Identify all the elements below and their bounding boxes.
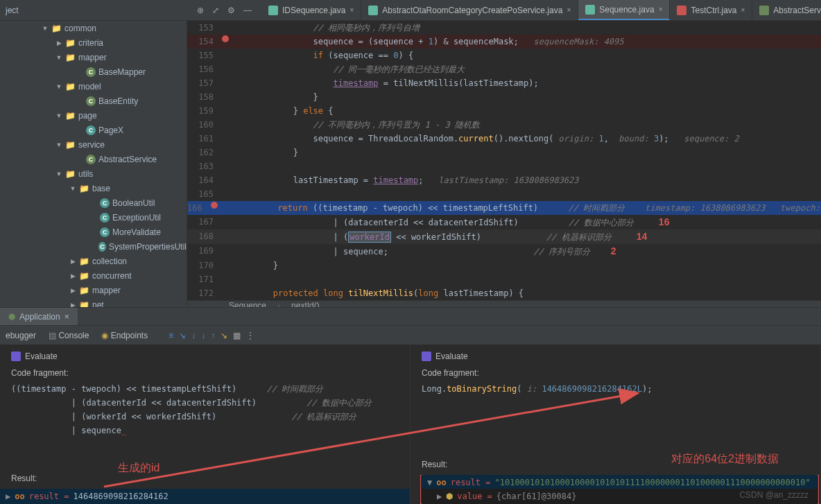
tree-item[interactable]: CExceptionUtil xyxy=(0,210,187,225)
tree-item[interactable]: ▶📁mapper xyxy=(0,283,187,297)
folder-icon: 📁 xyxy=(65,111,76,121)
tab-abstractservice[interactable]: AbstractService.java× xyxy=(752,0,821,20)
evaluate-panel-left: Evaluate Code fragment: ((timestamp - tw… xyxy=(0,345,410,504)
java-file-icon xyxy=(759,6,769,15)
folder-icon: 📁 xyxy=(79,184,89,193)
tree-item[interactable]: ▼📁mapper xyxy=(0,50,187,64)
tree-item[interactable]: ▶📁concurrent xyxy=(0,268,187,283)
object-icon: oo xyxy=(436,478,446,487)
code-editor[interactable]: 153 // 相同毫秒内，序列号自增 154 sequence = (seque… xyxy=(187,21,821,307)
application-tab[interactable]: ⬢Application× xyxy=(0,308,78,325)
folder-icon: 📁 xyxy=(51,24,62,33)
tab-idsequence[interactable]: IDSequence.java× xyxy=(261,0,361,20)
tree-item[interactable]: ▼📁common xyxy=(0,21,187,35)
tree-item[interactable]: CMoreValidate xyxy=(0,225,187,239)
annotation-14: 14 xyxy=(637,231,648,242)
tree-item[interactable]: CBaseMapper xyxy=(0,64,187,79)
tree-item[interactable]: ▼📁page xyxy=(0,108,187,123)
step-into-icon[interactable]: ↘ xyxy=(179,331,186,340)
close-icon[interactable]: × xyxy=(349,6,354,14)
tree-item[interactable]: CBooleanUtil xyxy=(0,195,187,210)
tool-window-tabs: ⬢Application× xyxy=(0,307,821,325)
editor-tabs: IDSequence.java× AbstractOtaRoomCategory… xyxy=(261,0,821,20)
folder-icon: 📁 xyxy=(65,169,76,179)
result-row[interactable]: ▶ooresult = 1464869098216284162 xyxy=(0,489,410,504)
folder-icon: 📁 xyxy=(79,300,89,308)
tree-item[interactable]: ▶📁net xyxy=(0,297,187,307)
class-icon: C xyxy=(86,125,96,135)
object-icon: oo xyxy=(15,492,24,501)
tab-abstract-ota[interactable]: AbstractOtaRoomCategoryCreatePoService.j… xyxy=(361,0,578,20)
evaluate-icon xyxy=(11,351,21,361)
close-icon[interactable]: × xyxy=(741,6,745,14)
annotation-16: 16 xyxy=(659,216,670,227)
tree-item[interactable]: ▼📁base xyxy=(0,181,187,195)
code-fragment-input[interactable]: Long.toBinaryString( i: 1464869098216284… xyxy=(422,382,809,396)
class-icon: C xyxy=(86,155,96,164)
collapse-icon[interactable]: — xyxy=(243,6,252,15)
tree-item[interactable]: ▼📁model xyxy=(0,79,187,94)
tree-item[interactable]: ▼📁service xyxy=(0,137,187,152)
endpoints-tab[interactable]: ◉ Endpoints xyxy=(101,331,148,340)
tree-item[interactable]: CAbstractService xyxy=(0,152,187,166)
close-icon[interactable]: × xyxy=(567,6,571,14)
class-icon: C xyxy=(100,227,110,237)
folder-icon: 📁 xyxy=(79,257,89,266)
java-file-icon xyxy=(268,6,278,15)
project-tree[interactable]: ▼📁common▶📁criteria▼📁mapperCBaseMapper▼📁m… xyxy=(0,21,187,307)
top-toolbar: ject ⊕ ⤢ ⚙ — IDSequence.java× AbstractOt… xyxy=(0,0,821,21)
close-icon[interactable]: × xyxy=(659,6,663,13)
tab-testctrl[interactable]: TestCtrl.java× xyxy=(670,0,752,20)
folder-icon: 📁 xyxy=(65,82,76,92)
class-icon: C xyxy=(100,198,110,208)
tab-sequence[interactable]: Sequence.java× xyxy=(578,0,670,20)
step-icon[interactable]: ↓ xyxy=(191,331,196,340)
class-icon: C xyxy=(86,96,96,106)
folder-icon: 📁 xyxy=(65,53,76,62)
target-icon[interactable]: ⊕ xyxy=(197,6,204,15)
folder-icon: 📁 xyxy=(65,38,76,48)
folder-icon: 📁 xyxy=(65,140,76,150)
debugger-tab[interactable]: ebugger xyxy=(6,331,36,340)
breadcrumb[interactable]: Sequence›nextId() xyxy=(187,300,821,307)
step-icon[interactable]: ↓ xyxy=(201,331,205,340)
step-over-icon[interactable]: ≡ xyxy=(168,331,173,340)
annotation-binary-data: 对应的64位2进制数据 xyxy=(671,452,779,467)
evaluate-icon[interactable]: ▦ xyxy=(233,331,241,340)
tree-item[interactable]: CSystemPropertiesUtil xyxy=(0,239,187,254)
close-icon[interactable]: × xyxy=(64,312,69,322)
project-label: ject xyxy=(6,6,19,15)
annotation-generated-id: 生成的id xyxy=(118,461,159,476)
breakpoint-icon[interactable] xyxy=(222,35,229,42)
folder-icon: 📁 xyxy=(79,271,89,281)
evaluate-panel-right: Evaluate Code fragment: Long.toBinaryStr… xyxy=(410,345,821,504)
result-row[interactable]: ▼ooresult = "101000101010001000010101011… xyxy=(422,475,818,490)
class-icon: C xyxy=(86,67,96,77)
tree-item[interactable]: CPageX xyxy=(0,123,187,137)
java-file-icon xyxy=(585,5,595,15)
expand-icon[interactable]: ⤢ xyxy=(212,6,219,15)
step-out-icon[interactable]: ↑ xyxy=(211,331,215,340)
console-tab[interactable]: ▤ Console xyxy=(49,331,89,340)
class-icon: C xyxy=(98,242,106,252)
breakpoint-icon[interactable] xyxy=(211,202,218,209)
tree-item[interactable]: ▶📁collection xyxy=(0,254,187,268)
tree-item[interactable]: ▼📁utils xyxy=(0,166,187,181)
class-icon: C xyxy=(100,213,110,223)
tree-item[interactable]: CBaseEntity xyxy=(0,94,187,108)
java-file-icon xyxy=(368,6,378,15)
evaluate-icon xyxy=(422,351,431,361)
java-file-icon xyxy=(677,6,686,15)
tree-item[interactable]: ▶📁criteria xyxy=(0,35,187,50)
run-to-cursor-icon[interactable]: ↘ xyxy=(221,331,227,340)
settings-icon[interactable]: ⚙ xyxy=(227,6,235,15)
watermark: CSDN @an_zzzzz xyxy=(739,490,809,500)
folder-icon: 📁 xyxy=(79,286,89,295)
annotation-2: 2 xyxy=(605,245,616,257)
code-fragment-input[interactable]: ((timestamp - twepoch) << timestampLeftS… xyxy=(11,382,399,437)
more-icon[interactable]: ⋮ xyxy=(246,331,254,340)
debug-toolbar: ebugger ▤ Console ◉ Endpoints ≡ ↘ ↓ ↓ ↑ … xyxy=(0,325,821,345)
